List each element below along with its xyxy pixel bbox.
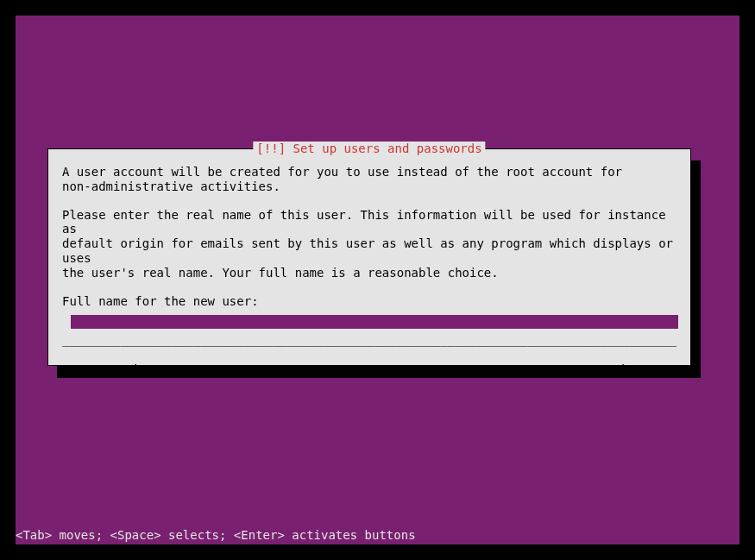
dialog-body: A user account will be created for you t…: [48, 149, 690, 391]
full-name-input[interactable]: [71, 315, 678, 329]
help-bar: <Tab> moves; <Space> selects; <Enter> ac…: [16, 526, 416, 544]
button-row: <Go Back> <Continue>: [62, 362, 676, 377]
continue-button[interactable]: <Continue>: [583, 362, 656, 377]
dialog-text-2: Please enter the real name of this user.…: [62, 208, 676, 280]
input-prompt: Full name for the new user:: [62, 294, 676, 309]
go-back-button[interactable]: <Go Back>: [83, 362, 148, 377]
dialog-text-1: A user account will be created for you t…: [62, 165, 676, 194]
installer-screen: [!!] Set up users and passwords A user a…: [16, 16, 739, 544]
input-row: [62, 315, 676, 329]
dialog-title: [!!] Set up users and passwords: [253, 142, 485, 156]
dialog-setup-users: [!!] Set up users and passwords A user a…: [47, 148, 691, 366]
input-underline: ________________________________________…: [62, 332, 676, 347]
